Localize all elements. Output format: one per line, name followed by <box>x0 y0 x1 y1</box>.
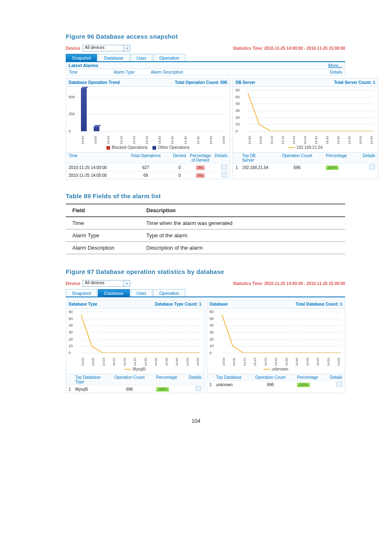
device-label: Device <box>66 46 80 51</box>
cell-pct: 0% <box>196 173 205 178</box>
cell-denied: 0 <box>169 173 190 178</box>
cell-op: 696 <box>244 382 297 387</box>
th-denied: Denied <box>169 153 190 162</box>
statistics-time: Statistics Time: 2010-11-25 14:00:00 - 2… <box>233 46 345 51</box>
cell-pct: 100% <box>156 387 169 392</box>
legend-swatch-line <box>288 147 295 148</box>
database-type-panel: Database Type Database Type Count: 1 010… <box>66 300 204 393</box>
legend-other: Other Operations <box>158 145 189 150</box>
cell-name: Mysql5 <box>75 387 103 392</box>
device-row: Device All devices ▾ Statistics Time: 20… <box>66 279 345 289</box>
server-table: Top DB Server Operation Count Percentage… <box>233 152 378 171</box>
latest-alarms-header: Latest Alarms More... <box>66 62 345 69</box>
th-rank <box>69 375 75 384</box>
cell-desc: Type of the alarm <box>140 229 345 242</box>
th-op: Operation Count <box>268 153 326 162</box>
col-alarm-type: Alarm Type <box>114 70 151 74</box>
figure97-caption: Figure 97 Database operation statistics … <box>66 268 351 275</box>
cell-op: 696 <box>103 387 156 392</box>
legend-swatch-other <box>152 146 156 150</box>
tab-operation[interactable]: Operation <box>153 54 185 61</box>
panel-title: Database Type <box>69 302 97 306</box>
legend-series: 192.168.21.54 <box>296 145 323 150</box>
panel-right-label: Database Type Count: 1 <box>155 302 201 306</box>
tab-database[interactable]: Database <box>98 54 129 61</box>
cell-denied: 0 <box>169 165 190 170</box>
panel-title: Database <box>210 302 228 306</box>
th-op: Operation Count <box>103 375 156 384</box>
cell-field: Alarm Type <box>66 229 140 242</box>
device-select: All devices ▾ <box>83 45 130 51</box>
th-rank <box>210 375 216 380</box>
table-row: 1 unknown 696 100% <box>207 380 345 388</box>
th-details: Details <box>211 153 227 162</box>
device-input[interactable]: All devices <box>83 45 124 51</box>
database-panel: Database Total Database Count: 1 0102030… <box>207 300 345 393</box>
tab-database[interactable]: Database <box>98 289 129 297</box>
device-input[interactable]: All devices <box>83 280 124 287</box>
tab-operation[interactable]: Operation <box>153 289 185 297</box>
th-details: Details <box>359 153 375 162</box>
panels: Database Operation Trend Total Operation… <box>66 78 345 179</box>
more-link[interactable]: More... <box>328 63 342 68</box>
figure96: Device All devices ▾ Statistics Time: 20… <box>66 44 345 179</box>
table-row: 1 192.168.21.54 696 100% <box>233 163 378 171</box>
legend-swatch-blocked <box>106 146 110 150</box>
chevron-down-icon[interactable]: ▾ <box>124 280 130 287</box>
legend: 192.168.21.54 <box>233 144 378 152</box>
details-icon[interactable] <box>221 165 227 169</box>
th-top: Top Database <box>216 375 244 380</box>
th-details: Details <box>185 375 201 384</box>
db-server-panel: DB Server Total Server Count: 1 01020304… <box>233 78 378 179</box>
db-type-table: Top Database Type Operation Count Percen… <box>66 374 204 393</box>
cell-desc: Time when the alarm was generated <box>140 217 345 229</box>
th-time: Time <box>69 153 122 162</box>
device-row: Device All devices ▾ Statistics Time: 20… <box>66 44 345 54</box>
alarm-fields-table: Field Description TimeTime when the alar… <box>66 204 345 254</box>
panel-right-label: Total Operation Count: 696 <box>175 80 228 85</box>
details-icon[interactable] <box>369 165 375 169</box>
th-field: Field <box>66 204 140 217</box>
cell-pct: 100% <box>326 165 339 170</box>
th-top: Top DB Server <box>242 153 268 162</box>
details-icon[interactable] <box>221 172 227 177</box>
details-icon[interactable] <box>337 382 342 387</box>
table-row: 2010-11-25 14:05:00 69 0 0% <box>66 171 230 179</box>
line-chart: 010203040506014:0014:0514:1014:1514:2014… <box>66 308 204 366</box>
tab-snapshot[interactable]: Snapshot <box>66 289 97 297</box>
line-chart: 010203040506014:0014:0514:1014:1514:2014… <box>207 308 345 366</box>
col-time: Time <box>69 70 114 74</box>
panel-right-label: Total Database Count: 1 <box>295 302 342 306</box>
legend-swatch-line <box>125 369 131 370</box>
details-icon[interactable] <box>196 386 201 391</box>
cell-time: 2010-11-25 14:05:00 <box>69 173 122 178</box>
line-chart: 010203040506014:0014:0514:1014:1514:2014… <box>233 87 378 144</box>
th-pct: Percentage <box>326 153 359 162</box>
th-desc: Description <box>140 204 345 217</box>
cell-desc: Description of the alarm <box>140 242 345 254</box>
col-details: Details <box>326 70 342 74</box>
panel-title: DB Server <box>235 80 255 85</box>
legend-blocked: Blocked Operations <box>112 145 148 150</box>
device-select: All devices ▾ <box>83 280 130 287</box>
latest-alarms-label: Latest Alarms <box>69 63 98 68</box>
legend-series: Mysql5 <box>133 367 146 371</box>
tab-user[interactable]: User <box>131 289 152 297</box>
legend: Blocked Operations Other Operations <box>66 144 230 152</box>
cell-total: 69 <box>122 173 169 178</box>
tabs: Snapshot Database User Operation <box>66 54 345 62</box>
operation-trend-panel: Database Operation Trend Total Operation… <box>66 78 230 179</box>
cell-total: 627 <box>122 165 169 170</box>
alarm-columns: Time Alarm Type Alarm Description Detail… <box>66 69 345 76</box>
th-pct: Percentage <box>297 375 326 380</box>
tab-user[interactable]: User <box>131 54 152 61</box>
trend-table: Time Total Operations Denied Percentage … <box>66 152 230 179</box>
page-number: 104 <box>0 418 392 424</box>
database-table: Top Database Operation Count Percentage … <box>207 374 345 388</box>
col-alarm-desc: Alarm Description <box>151 70 326 74</box>
tab-snapshot[interactable]: Snapshot <box>66 54 97 61</box>
statistics-time: Statistics Time: 2010-11-25 14:00:00 - 2… <box>233 281 345 286</box>
figure96-caption: Figure 96 Database access snapshot <box>66 33 351 40</box>
chevron-down-icon[interactable]: ▾ <box>124 45 130 51</box>
device-label: Device <box>66 281 80 286</box>
